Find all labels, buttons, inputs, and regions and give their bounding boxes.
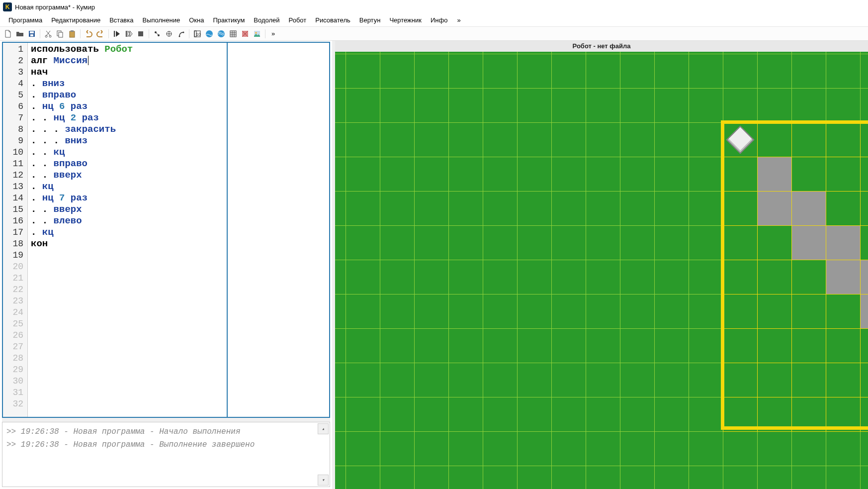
new-file-button[interactable]	[2, 28, 13, 39]
robot-field[interactable]	[335, 52, 868, 489]
actor-1-button[interactable]	[204, 28, 215, 39]
line-number: 27	[3, 341, 27, 353]
tool-1-button[interactable]	[152, 28, 163, 39]
copy-button[interactable]	[55, 28, 66, 39]
paint-button[interactable]	[240, 28, 251, 39]
code-line[interactable]: использовать Робот	[31, 44, 326, 55]
menu-item-Робот[interactable]: Робот	[284, 14, 311, 26]
svg-point-25	[256, 32, 257, 33]
code-line[interactable]: алг Миссия	[31, 55, 326, 67]
menu-item-Практикум[interactable]: Практикум	[208, 14, 249, 26]
code-line[interactable]: . . . вниз	[31, 135, 326, 147]
code-line[interactable]: . . нц 2 раз	[31, 112, 326, 124]
line-number: 30	[3, 376, 27, 387]
line-gutter: 1234567891011121314151617181920212223242…	[3, 43, 28, 417]
scroll-up-icon[interactable]: ▴	[318, 423, 329, 434]
svg-text:10: 10	[196, 32, 201, 37]
menu-more[interactable]: »	[452, 14, 465, 26]
run-button[interactable]	[111, 28, 122, 39]
titlebar: K Новая программа* - Кумир	[0, 0, 868, 14]
code-line[interactable]: . . влево	[31, 215, 326, 227]
undo-button[interactable]	[83, 28, 94, 39]
line-number: 28	[3, 353, 27, 364]
line-number: 8	[3, 124, 27, 135]
main-area: 1234567891011121314151617181920212223242…	[0, 41, 868, 489]
code-line[interactable]: . нц 6 раз	[31, 101, 326, 112]
redo-button[interactable]	[95, 28, 106, 39]
svg-rect-9	[114, 31, 115, 37]
menu-item-Инфо[interactable]: Инфо	[426, 14, 452, 26]
menu-item-Вертун[interactable]: Вертун	[355, 14, 385, 26]
variables-button[interactable]: 10	[192, 28, 203, 39]
menu-item-Программа[interactable]: Программа	[4, 14, 47, 26]
code-line[interactable]: . . вверх	[31, 170, 326, 181]
stop-button[interactable]	[135, 28, 146, 39]
line-number: 18	[3, 238, 27, 250]
code-line[interactable]: . кц	[31, 227, 326, 238]
line-number: 26	[3, 330, 27, 341]
save-file-button[interactable]	[26, 28, 37, 39]
image-button[interactable]	[252, 28, 262, 39]
actor-2-button[interactable]	[216, 28, 227, 39]
robot-panel-title: Робот - нет файла	[335, 41, 868, 52]
line-number: 9	[3, 135, 27, 147]
menu-item-Рисователь[interactable]: Рисователь	[311, 14, 354, 26]
output-console[interactable]: >> 19:26:38 - Новая программа - Начало в…	[2, 422, 330, 487]
paste-button[interactable]	[67, 28, 78, 39]
line-number: 32	[3, 398, 27, 410]
svg-point-16	[183, 31, 184, 33]
line-number: 11	[3, 158, 27, 170]
code-editor[interactable]: 1234567891011121314151617181920212223242…	[2, 42, 330, 418]
console-scrollbar[interactable]: ▴ ▾	[318, 423, 329, 486]
scroll-down-icon[interactable]: ▾	[318, 475, 329, 486]
code-line[interactable]: . . кц	[31, 147, 326, 158]
toolbar-more[interactable]: »	[267, 30, 279, 37]
menu-item-Выполнение[interactable]: Выполнение	[138, 14, 184, 26]
code-line[interactable]	[31, 250, 326, 261]
app-icon: K	[3, 2, 12, 11]
code-line[interactable]: . кц	[31, 181, 326, 193]
menu-item-Вставка[interactable]: Вставка	[105, 14, 138, 26]
code-line[interactable]: нач	[31, 67, 326, 78]
code-line[interactable]: . нц 7 раз	[31, 193, 326, 204]
code-line[interactable]: . вниз	[31, 78, 326, 90]
grid-button[interactable]	[228, 28, 239, 39]
menu-item-Окна[interactable]: Окна	[184, 14, 208, 26]
cut-button[interactable]	[43, 28, 54, 39]
step-button[interactable]	[123, 28, 134, 39]
line-number: 29	[3, 364, 27, 376]
horizontal-splitter[interactable]	[2, 418, 330, 422]
separator	[80, 29, 81, 38]
code-line[interactable]: . . вправо	[31, 158, 326, 170]
code-line[interactable]: . . вверх	[31, 204, 326, 215]
code-line[interactable]: кон	[31, 238, 326, 250]
line-number: 13	[3, 181, 27, 193]
line-number: 17	[3, 227, 27, 238]
line-number: 24	[3, 307, 27, 318]
svg-rect-6	[59, 32, 63, 37]
line-number: 2	[3, 55, 27, 67]
editor-split-line	[227, 43, 228, 417]
tool-2-button[interactable]	[164, 28, 174, 39]
line-number: 7	[3, 112, 27, 124]
line-number: 16	[3, 215, 27, 227]
svg-rect-8	[71, 30, 74, 32]
code-area[interactable]: использовать Роботалг Миссиянач. вниз. в…	[28, 43, 329, 417]
robot-icon	[730, 130, 750, 150]
svg-rect-11	[138, 31, 143, 36]
menu-item-Редактирование[interactable]: Редактирование	[47, 14, 105, 26]
open-file-button[interactable]	[14, 28, 25, 39]
line-number: 3	[3, 67, 27, 78]
svg-rect-1	[30, 31, 34, 33]
svg-rect-7	[70, 31, 75, 37]
menu-item-Водолей[interactable]: Водолей	[249, 14, 284, 26]
separator	[149, 29, 149, 38]
line-number: 19	[3, 250, 27, 261]
line-number: 23	[3, 295, 27, 307]
line-number: 4	[3, 78, 27, 90]
code-line[interactable]: . вправо	[31, 90, 326, 101]
code-line[interactable]: . . . закрасить	[31, 124, 326, 135]
tool-3-button[interactable]	[175, 28, 186, 39]
line-number: 20	[3, 261, 27, 273]
menu-item-Чертежник[interactable]: Чертежник	[385, 14, 426, 26]
